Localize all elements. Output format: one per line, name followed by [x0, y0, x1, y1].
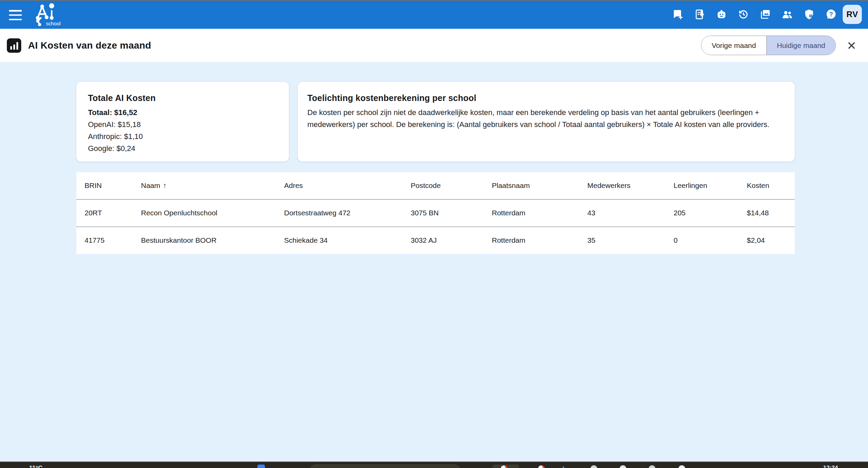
sort-ascending-icon: ↑: [163, 181, 167, 189]
cell-medewerkers: 43: [579, 199, 665, 227]
previous-month-button[interactable]: Vorige maand: [701, 36, 766, 55]
taskbar-app-icon[interactable]: [538, 465, 545, 468]
cell-postcode: 3032 AJ: [403, 227, 484, 254]
close-icon[interactable]: [845, 39, 858, 52]
openai-cost: OpenAI: $15,18: [88, 118, 277, 130]
cell-postcode: 3075 BN: [403, 199, 484, 227]
robot-assistant-icon[interactable]: [715, 8, 728, 21]
transcription-icon[interactable]: [693, 8, 706, 21]
column-header-naam[interactable]: Naam↑: [133, 172, 276, 199]
cell-naam: Recon Openluchtschool: [133, 199, 276, 227]
taskbar-app-icon[interactable]: [561, 466, 566, 468]
taskbar-app-icon[interactable]: [620, 465, 626, 468]
users-icon[interactable]: [780, 8, 794, 21]
taskbar-app-icon[interactable]: [678, 465, 685, 468]
schools-table: BRIN Naam↑ Adres Postcode Plaatsnaam Med…: [76, 172, 795, 254]
cell-plaatsnaam: Rotterdam: [484, 227, 579, 254]
total-amount: Totaal: $16,52: [88, 106, 277, 118]
cell-adres: Schiekade 34: [276, 227, 403, 254]
cell-plaatsnaam: Rotterdam: [484, 199, 579, 227]
taskbar-search-input[interactable]: [310, 465, 460, 468]
help-icon[interactable]: ?: [824, 8, 838, 21]
hamburger-menu-icon[interactable]: [9, 10, 22, 20]
taskbar-weather[interactable]: 11°C: [29, 465, 42, 468]
table-body: 20RT Recon Openluchtschool Dortsestraatw…: [76, 199, 795, 254]
column-header-leerlingen[interactable]: Leerlingen: [665, 172, 739, 199]
cell-medewerkers: 35: [579, 227, 665, 254]
table-row[interactable]: 20RT Recon Openluchtschool Dortsestraatw…: [76, 199, 795, 227]
column-header-plaatsnaam[interactable]: Plaatsnaam: [484, 172, 579, 199]
app-bar: school ? RV: [0, 0, 868, 29]
cell-brin: 41775: [76, 227, 133, 254]
bar-chart-icon: [7, 38, 21, 53]
page-title: AI Kosten van deze maand: [28, 40, 151, 51]
taskbar-app-icon[interactable]: [649, 465, 655, 468]
explanation-body: De kosten per school zijn niet de daadwe…: [307, 106, 777, 130]
content-area: Totale AI Kosten Totaal: $16,52 OpenAI: …: [0, 62, 868, 461]
app-bar-icons: ?: [671, 8, 838, 21]
cost-explanation-card: Toelichting kostenberekening per school …: [298, 82, 795, 162]
total-costs-card: Totale AI Kosten Totaal: $16,52 OpenAI: …: [76, 82, 289, 162]
table-row[interactable]: 41775 Bestuurskantoor BOOR Schiekade 34 …: [76, 227, 795, 254]
table-header-row: BRIN Naam↑ Adres Postcode Plaatsnaam Med…: [76, 172, 795, 199]
cell-brin: 20RT: [76, 199, 133, 227]
cell-kosten: $2,04: [739, 227, 795, 254]
column-header-brin[interactable]: BRIN: [76, 172, 133, 199]
taskbar-clock[interactable]: 12:34: [823, 465, 838, 468]
explanation-title: Toelichting kostenberekening per school: [307, 93, 785, 103]
cell-naam: Bestuurskantoor BOOR: [133, 227, 276, 254]
new-chat-icon[interactable]: [671, 8, 685, 21]
column-header-postcode[interactable]: Postcode: [403, 172, 484, 199]
taskbar-app-icon[interactable]: [590, 465, 597, 468]
window-top-edge: [0, 0, 868, 1]
current-month-button[interactable]: Huidige maand: [766, 36, 835, 55]
taskbar-widgets-icon[interactable]: [257, 465, 265, 468]
column-header-medewerkers[interactable]: Medewerkers: [579, 172, 665, 199]
month-toggle: Vorige maand Huidige maand: [701, 36, 836, 55]
privacy-shield-icon[interactable]: [802, 8, 816, 21]
total-costs-title: Totale AI Kosten: [88, 93, 277, 103]
page-header: AI Kosten van deze maand Vorige maand Hu…: [0, 29, 868, 62]
cell-kosten: $14,48: [739, 199, 795, 227]
column-header-kosten[interactable]: Kosten: [739, 172, 795, 199]
taskbar: 11°C 12:34: [0, 461, 868, 468]
user-avatar[interactable]: RV: [843, 5, 862, 24]
column-header-adres[interactable]: Adres: [276, 172, 403, 199]
history-icon[interactable]: [737, 8, 750, 21]
logo-school-text: school: [46, 21, 61, 26]
svg-text:?: ?: [829, 11, 833, 18]
ai-school-logo[interactable]: school: [28, 1, 66, 27]
cell-leerlingen: 0: [665, 227, 739, 254]
image-gallery-icon[interactable]: [758, 8, 772, 21]
cell-leerlingen: 205: [665, 199, 739, 227]
cell-adres: Dortsestraatweg 472: [276, 199, 403, 227]
google-cost: Google: $0,24: [88, 142, 277, 154]
anthropic-cost: Anthropic: $1,10: [88, 130, 277, 142]
